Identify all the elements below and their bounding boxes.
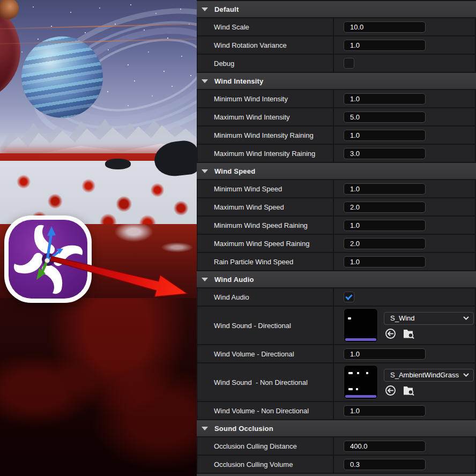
number-input[interactable] bbox=[344, 238, 426, 249]
screenshot-root: Default Wind Scale Wind Rotation Varianc… bbox=[0, 0, 476, 476]
number-input[interactable] bbox=[344, 148, 426, 159]
property-label: Wind Volume - Non Directional bbox=[214, 407, 309, 415]
property-label: Wind Sound - Directional bbox=[214, 322, 291, 330]
triangle-down-icon[interactable] bbox=[202, 427, 208, 430]
property-value-cell: S_AmbientWindGrass bbox=[334, 363, 475, 401]
sound-asset-picker: S_AmbientWindGrass bbox=[344, 365, 474, 399]
use-selected-asset-icon[interactable] bbox=[385, 328, 396, 339]
number-input[interactable] bbox=[344, 111, 426, 123]
sound-asset-thumbnail[interactable] bbox=[344, 308, 378, 343]
triangle-down-icon[interactable] bbox=[202, 79, 208, 83]
browse-to-asset-icon[interactable] bbox=[403, 385, 415, 396]
asset-controls: S_AmbientWindGrass bbox=[384, 369, 474, 396]
checkbox[interactable] bbox=[344, 58, 354, 69]
property-name-cell: Minimum Wind Intensity Raining bbox=[197, 127, 333, 144]
property-value-cell bbox=[334, 18, 475, 35]
number-input[interactable] bbox=[344, 220, 426, 231]
pointer-arrow bbox=[48, 248, 190, 305]
property-value-cell bbox=[334, 36, 475, 54]
property-row: Minimum Wind Intensity bbox=[197, 90, 476, 107]
property-name-cell: Maximum Wind Intensity Raining bbox=[197, 145, 333, 162]
waveform-dot bbox=[366, 372, 368, 374]
property-name-cell: Occlusion Culling Distance bbox=[197, 437, 333, 455]
category-header-wind-intensity[interactable]: Wind Intensity bbox=[197, 73, 476, 89]
property-name-cell: Maximum Wind Intensity bbox=[197, 108, 333, 125]
property-row: Wind Volume - Directional bbox=[197, 345, 476, 362]
number-input[interactable] bbox=[344, 130, 426, 141]
number-input[interactable] bbox=[344, 405, 426, 416]
property-name-cell: Maximum Wind Speed Raining bbox=[197, 235, 333, 252]
category-header-default[interactable]: Default bbox=[197, 1, 476, 17]
property-name-cell: Wind Volume - Directional bbox=[197, 345, 333, 362]
triangle-down-icon[interactable] bbox=[202, 169, 208, 173]
property-label: Minimum Wind Speed bbox=[214, 185, 282, 193]
property-value-cell bbox=[334, 90, 475, 107]
thumbnail-accent-bar bbox=[345, 395, 376, 398]
property-row: Minimum Wind Intensity Raining bbox=[197, 127, 476, 144]
number-input[interactable] bbox=[344, 348, 426, 360]
thumbnail-accent-bar bbox=[345, 338, 376, 341]
next-category-header-clipped bbox=[197, 474, 476, 476]
property-row: Rain Particle Wind Speed bbox=[197, 253, 476, 270]
sound-asset-thumbnail[interactable] bbox=[344, 365, 378, 399]
property-value-cell bbox=[334, 127, 475, 144]
property-label: Rain Particle Wind Speed bbox=[214, 258, 293, 266]
property-row: Maximum Wind Intensity bbox=[197, 108, 476, 125]
number-input[interactable] bbox=[344, 93, 426, 105]
property-name-cell: Wind Sound - Directional bbox=[197, 307, 333, 344]
category-header-wind-audio[interactable]: Wind Audio bbox=[197, 271, 476, 287]
number-input[interactable] bbox=[344, 183, 426, 195]
property-value-cell bbox=[334, 456, 475, 473]
asset-name: S_Wind bbox=[390, 314, 415, 322]
category-header-sound-occlusion[interactable]: Sound Occlusion bbox=[197, 420, 476, 436]
triangle-down-icon[interactable] bbox=[202, 8, 208, 11]
waveform-dot bbox=[357, 372, 359, 374]
transform-gizmo bbox=[47, 226, 63, 261]
property-label: Wind Rotation Variance bbox=[214, 41, 287, 49]
chevron-down-icon bbox=[463, 316, 469, 320]
property-name-cell: Wind Scale bbox=[197, 18, 333, 35]
property-row: Maximum Wind Speed Raining bbox=[197, 235, 476, 252]
browse-to-asset-icon[interactable] bbox=[403, 328, 415, 339]
category-header-wind-speed[interactable]: Wind Speed bbox=[197, 163, 476, 179]
property-row: Wind Sound - Non Directional S_AmbientWi… bbox=[197, 363, 476, 401]
property-name-cell: Debug bbox=[197, 55, 333, 72]
property-name-cell: Wind Volume - Non Directional bbox=[197, 402, 333, 419]
property-value-cell bbox=[334, 345, 475, 362]
property-name-cell: Minimum Wind Speed Raining bbox=[197, 217, 333, 234]
checkbox[interactable] bbox=[344, 292, 354, 302]
asset-controls: S_Wind bbox=[384, 312, 474, 339]
asset-buttons bbox=[385, 328, 474, 339]
asset-dropdown[interactable]: S_Wind bbox=[384, 312, 474, 325]
category-label: Default bbox=[214, 5, 239, 13]
property-value-cell bbox=[334, 198, 475, 215]
property-name-cell: Minimum Wind Speed bbox=[197, 180, 333, 197]
waveform-dot bbox=[348, 372, 353, 374]
use-selected-asset-icon[interactable] bbox=[385, 385, 396, 396]
asset-dropdown[interactable]: S_AmbientWindGrass bbox=[384, 369, 474, 382]
property-label: Minimum Wind Intensity Raining bbox=[214, 131, 314, 139]
property-value-cell bbox=[334, 55, 475, 72]
property-row: Debug bbox=[197, 55, 476, 72]
number-input[interactable] bbox=[344, 40, 426, 51]
number-input[interactable] bbox=[344, 459, 426, 470]
property-value-cell bbox=[334, 180, 475, 197]
number-input[interactable] bbox=[344, 202, 426, 213]
property-value-cell bbox=[334, 235, 475, 252]
triangle-down-icon[interactable] bbox=[202, 278, 208, 281]
property-row: Occlusion Culling Distance bbox=[197, 437, 476, 455]
number-input[interactable] bbox=[344, 441, 426, 452]
property-label: Debug bbox=[214, 59, 234, 68]
scene-viewport bbox=[0, 0, 197, 476]
property-value-cell bbox=[334, 108, 475, 125]
property-name-cell: Maximum Wind Speed bbox=[197, 198, 333, 215]
property-row: Minimum Wind Speed Raining bbox=[197, 217, 476, 234]
property-label: Maximum Wind Speed Raining bbox=[214, 240, 309, 248]
property-row: Wind Volume - Non Directional bbox=[197, 402, 476, 419]
property-label: Wind Sound - Non Directional bbox=[214, 378, 308, 386]
gizmo-and-arrow-overlay bbox=[0, 0, 197, 476]
property-row: Wind Scale bbox=[197, 18, 476, 35]
asset-buttons bbox=[385, 385, 474, 396]
number-input[interactable] bbox=[344, 256, 426, 267]
number-input[interactable] bbox=[344, 21, 426, 33]
